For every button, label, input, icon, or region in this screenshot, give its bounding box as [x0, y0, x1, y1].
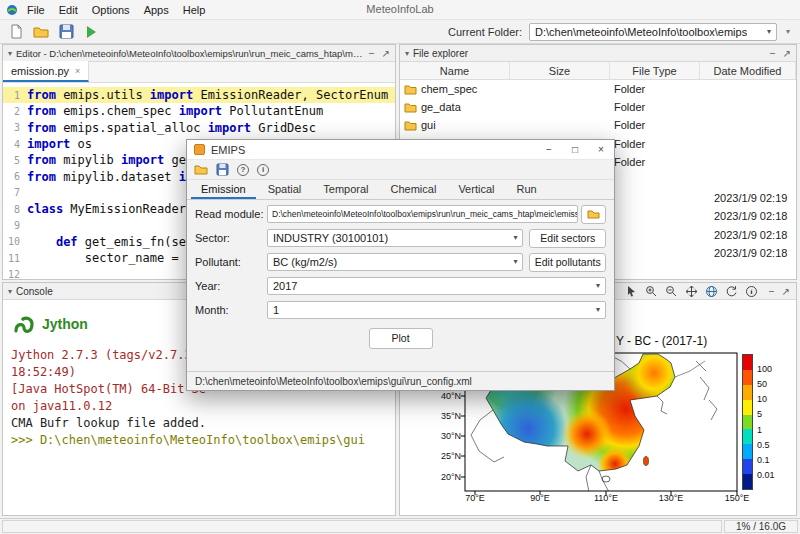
colorbar-band — [743, 400, 752, 415]
file-name: gui — [400, 119, 510, 131]
minimize-icon[interactable]: − — [770, 48, 776, 59]
code-line-text: from mipylib import geo — [27, 153, 193, 167]
full-extent-icon[interactable] — [705, 285, 718, 298]
file-row[interactable]: ge_dataFolder — [400, 98, 796, 116]
tab-chemical[interactable]: Chemical — [381, 180, 447, 199]
colorbar-band — [743, 370, 752, 385]
code-line[interactable]: 2from emips.chem_spec import PollutantEn… — [3, 103, 395, 119]
save-button[interactable] — [56, 22, 76, 42]
open-config-button[interactable] — [194, 163, 208, 176]
dialog-close-button[interactable]: × — [588, 140, 614, 159]
code-line[interactable]: 1from emips.utils import EmissionReader,… — [3, 87, 395, 103]
read-module-label: Read module: — [195, 208, 267, 220]
file-row[interactable]: guiFolder — [400, 116, 796, 134]
tab-spatial[interactable]: Spatial — [258, 180, 312, 199]
file-date: 2023/1/9 02:18 — [700, 247, 796, 259]
tab-emission[interactable]: Emission — [191, 180, 256, 199]
edit-sectors-button[interactable]: Edit sectors — [529, 229, 606, 248]
month-select[interactable]: 1 ▾ — [267, 301, 606, 319]
file-date: 2023/1/9 02:18 — [700, 210, 796, 222]
plot-button[interactable]: Plot — [369, 328, 433, 349]
menu-items: FileEditOptionsAppsHelp — [20, 2, 212, 18]
colorbar-label: 1 — [757, 425, 762, 435]
explorer-column-headers: NameSizeFile TypeDate Modified — [400, 62, 796, 80]
menu-item-options[interactable]: Options — [85, 2, 137, 18]
code-line-text: from emips.utils import EmissionReader, … — [27, 88, 388, 102]
dialog-maximize-button[interactable]: □ — [562, 140, 588, 159]
chevron-down-icon[interactable]: ▾ — [8, 287, 12, 296]
tab-temporal[interactable]: Temporal — [313, 180, 378, 199]
close-icon[interactable]: × — [75, 66, 80, 76]
colorbar — [742, 354, 753, 490]
editor-tabbar: emission.py × — [3, 62, 395, 83]
zoom-in-icon[interactable] — [645, 285, 658, 298]
dialog-titlebar[interactable]: EMIPS − □ × — [187, 140, 614, 160]
statusbar: 1% / 16.0G — [0, 518, 800, 534]
pollutant-value: BC (kg/m2/s) — [273, 256, 337, 268]
dialog-title: EMIPS — [211, 144, 245, 156]
about-info-icon[interactable]: i — [257, 164, 269, 176]
current-folder-select[interactable]: D:\chen\meteoinfo\MeteoInfo\toolbox\emip… — [529, 23, 777, 41]
new-file-button[interactable] — [6, 22, 26, 42]
code-line[interactable]: 3from emips.spatial_alloc import GridDes… — [3, 120, 395, 136]
identify-icon[interactable] — [745, 285, 758, 298]
tab-run[interactable]: Run — [506, 180, 546, 199]
file-type: Folder — [610, 83, 700, 95]
menu-item-file[interactable]: File — [20, 2, 52, 18]
column-header-file-type[interactable]: File Type — [610, 62, 700, 79]
menubar: FileEditOptionsAppsHelp MeteoInfoLab — [0, 0, 800, 20]
line-number: 11 — [3, 253, 27, 264]
save-config-button[interactable] — [216, 163, 229, 176]
editor-panel-title: Editor - D:\chen\meteoinfo\MeteoInfo\too… — [16, 48, 365, 59]
pan-icon[interactable] — [685, 285, 698, 298]
app-logo-icon — [4, 0, 20, 20]
float-icon[interactable]: ↗ — [382, 48, 390, 59]
chevron-down-icon[interactable]: ▾ — [405, 49, 409, 58]
column-header-date-modified[interactable]: Date Modified — [700, 62, 796, 79]
read-module-input[interactable]: D:\chen\meteoinfo\MeteoInfo\toolbox\emip… — [267, 205, 578, 223]
select-arrow-icon[interactable] — [626, 285, 638, 297]
chevron-down-icon: ▾ — [767, 28, 771, 36]
file-date: 2023/1/9 02:18 — [700, 229, 796, 241]
explorer-panel-header: ▾ File explorer − ↗ — [400, 45, 796, 62]
console-line: CMA Bufr lookup file added. — [11, 415, 387, 432]
file-type: Folder — [610, 138, 700, 150]
chevron-down-icon: ▾ — [513, 234, 517, 242]
menu-item-apps[interactable]: Apps — [137, 2, 176, 18]
chevron-down-icon: ▾ — [513, 258, 517, 266]
minimize-icon[interactable]: − — [369, 48, 375, 59]
chevron-down-icon[interactable]: ▾ — [8, 49, 12, 58]
tab-emission-py[interactable]: emission.py × — [3, 61, 89, 82]
browse-module-button[interactable] — [581, 205, 606, 224]
edit-pollutants-button[interactable]: Edit pollutants — [529, 253, 606, 272]
y-tick-label: 30°N — [434, 431, 461, 441]
meteoinfolab-window: FileEditOptionsAppsHelp MeteoInfoLab Cur… — [0, 0, 800, 534]
code-line-text: class MyEmissionReader( — [27, 202, 193, 216]
current-folder-value: D:\chen\meteoinfo\MeteoInfo\toolbox\emip… — [535, 26, 747, 38]
line-number: 9 — [3, 220, 27, 231]
run-script-button[interactable] — [81, 22, 101, 42]
float-icon[interactable]: ↗ — [783, 48, 791, 59]
tab-vertical[interactable]: Vertical — [448, 180, 504, 199]
column-header-name[interactable]: Name — [400, 62, 510, 79]
minimize-icon[interactable]: − — [769, 286, 775, 297]
menu-item-edit[interactable]: Edit — [52, 2, 85, 18]
line-number: 5 — [3, 155, 27, 166]
float-icon[interactable]: ↗ — [782, 286, 790, 297]
column-header-size[interactable]: Size — [510, 62, 610, 79]
code-line-text: import os — [27, 137, 92, 151]
rotate-icon[interactable] — [725, 285, 738, 298]
open-folder-button[interactable] — [31, 22, 51, 42]
menu-item-help[interactable]: Help — [176, 2, 213, 18]
pollutant-select[interactable]: BC (kg/m2/s) ▾ — [267, 253, 523, 271]
sector-select[interactable]: INDUSTRY (30100101) ▾ — [267, 229, 523, 247]
toolbar-overflow-icon[interactable]: ▾ — [782, 22, 794, 42]
dialog-minimize-button[interactable]: − — [536, 140, 562, 159]
help-icon[interactable]: ? — [237, 164, 249, 176]
file-row[interactable]: chem_specFolder — [400, 80, 796, 98]
code-line-text: def get_emis_fn(self — [27, 235, 200, 249]
year-select[interactable]: 2017 ▾ — [267, 277, 606, 295]
zoom-out-icon[interactable] — [665, 285, 678, 298]
colorbar-label: 0.1 — [757, 455, 770, 465]
line-number: 2 — [3, 106, 27, 117]
